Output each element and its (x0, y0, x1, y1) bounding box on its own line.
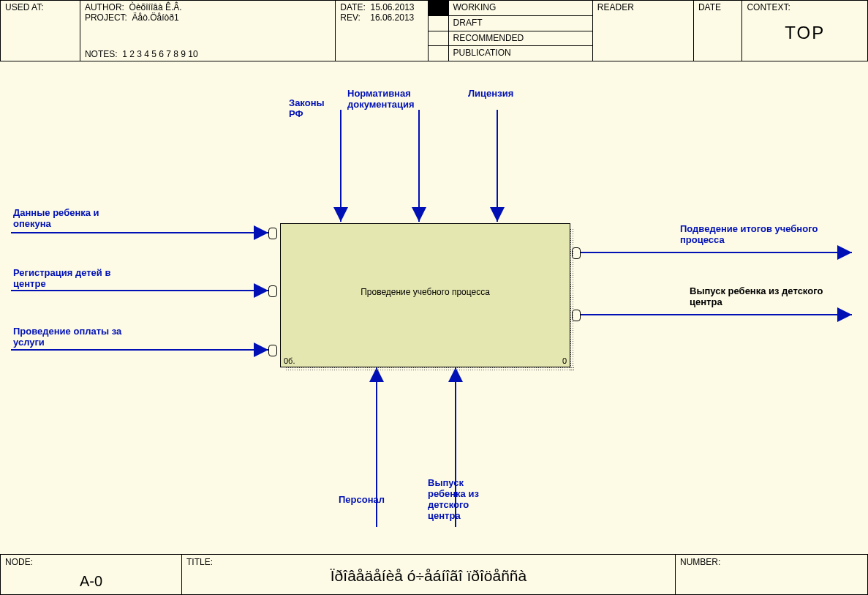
node-label: NODE: (5, 557, 33, 567)
project-label: PROJECT: (85, 12, 127, 23)
date2-label: DATE (698, 2, 721, 12)
notes-value: 1 2 3 4 5 6 7 8 9 10 (122, 49, 197, 59)
working-cell: WORKING (448, 1, 592, 16)
number-label: NUMBER: (680, 557, 720, 567)
control-label-1: Законы РФ (289, 97, 333, 119)
control-label-2: Нормативная документация (347, 88, 428, 110)
rev-label: REV: (340, 12, 361, 23)
publication-cell: PUBLICATION (448, 46, 592, 61)
title-value: Ïðîâåäåíèå ó÷åáíîãî ïðîöåññà (186, 567, 671, 585)
process-code-right: 0 (562, 356, 567, 365)
title-cell: TITLE: Ïðîâåäåíèå ó÷åáíîãî ïðîöåññà (182, 555, 676, 595)
node-value: A-0 (5, 567, 177, 590)
author-value: Òèõîíîâà Ê.Â. (129, 2, 182, 12)
notes-label: NOTES: (85, 49, 118, 59)
context-cell: CONTEXT: TOP (742, 1, 868, 61)
working-marker (429, 1, 448, 16)
draft-cell: DRAFT (448, 15, 592, 31)
author-label: AUTHOR: (85, 2, 124, 12)
tunnel-bracket (268, 345, 277, 356)
tunnel-bracket (268, 228, 277, 239)
date2-cell: DATE (693, 1, 742, 61)
recommended-marker (429, 31, 448, 46)
rev-value: 16.06.2013 (370, 12, 414, 23)
idef0-diagram: USED AT: AUTHOR: Òèõîíîâà Ê.Â. PROJECT: … (0, 0, 868, 595)
node-cell: NODE: A-0 (1, 555, 182, 595)
recommended-cell: RECOMMENDED (448, 31, 592, 46)
reader-cell: READER (592, 1, 693, 61)
input-label-3: Проведение оплаты за услуги (13, 326, 123, 348)
draft-marker (429, 15, 448, 31)
date-cell: DATE: 15.06.2013 REV: 16.06.2013 (336, 1, 429, 61)
author-cell: AUTHOR: Òèõîíîâà Ê.Â. PROJECT: Äåò.Öåíòð… (80, 1, 335, 61)
date-label: DATE: (340, 2, 365, 12)
output-label-2: Выпуск ребенка из детского центра (690, 285, 843, 307)
context-label: CONTEXT: (747, 2, 863, 12)
tunnel-bracket (268, 285, 277, 297)
title-label: TITLE: (186, 557, 213, 567)
process-title: Проведение учебного процесса (281, 287, 570, 297)
reader-label: READER (597, 2, 634, 12)
process-box: Проведение учебного процесса 0б. 0 (280, 223, 570, 367)
date-value: 15.06.2013 (370, 2, 414, 12)
input-label-1: Данные ребенка и опекуна (13, 207, 123, 229)
used-at-cell: USED AT: (1, 1, 80, 61)
diagram-area: Проведение учебного процесса 0б. 0 Закон… (0, 73, 868, 549)
publication-marker (429, 46, 448, 61)
process-code-left: 0б. (284, 356, 295, 365)
mechanism-label-1: Персонал (339, 494, 385, 505)
input-label-2: Регистрация детей в центре (13, 267, 130, 289)
project-value: Äåò.Öåíòð1 (132, 12, 179, 23)
control-label-3: Лицензия (468, 88, 527, 99)
header-table: USED AT: AUTHOR: Òèõîíîâà Ê.Â. PROJECT: … (0, 0, 868, 61)
footer-table: NODE: A-0 TITLE: Ïðîâåäåíèå ó÷åáíîãî ïðî… (0, 554, 868, 595)
output-label-1: Подведение итогов учебного процесса (680, 223, 834, 245)
context-value: TOP (747, 12, 863, 43)
mechanism-label-2: Выпуск ребенка из детского центра (428, 477, 497, 521)
number-cell: NUMBER: (676, 555, 868, 595)
